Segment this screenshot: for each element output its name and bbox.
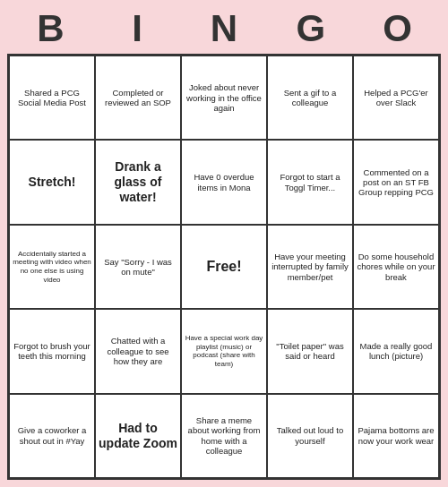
title-b: B — [7, 7, 94, 50]
bingo-cell-r4c4[interactable]: "Toilet paper" was said or heard — [267, 309, 353, 393]
title-o: O — [354, 7, 441, 50]
title-i: I — [94, 7, 181, 50]
bingo-cell-r5c1[interactable]: Give a coworker a shout out in #Yay — [9, 394, 95, 478]
title-n: N — [181, 7, 268, 50]
bingo-cell-r4c1[interactable]: Forgot to brush your teeth this morning — [9, 309, 95, 393]
bingo-cell-r3c1[interactable]: Accidentally started a meeting with vide… — [9, 225, 95, 309]
bingo-cell-r2c5[interactable]: Commented on a post on an ST FB Group re… — [353, 140, 439, 224]
bingo-cell-r5c5[interactable]: Pajama bottoms are now your work wear — [353, 394, 439, 478]
bingo-cell-r1c1[interactable]: Shared a PCG Social Media Post — [9, 56, 95, 140]
bingo-cell-r3c3[interactable]: Free! — [181, 225, 267, 309]
bingo-cell-r1c2[interactable]: Completed or reviewed an SOP — [95, 56, 181, 140]
bingo-cell-r4c5[interactable]: Made a really good lunch (picture) — [353, 309, 439, 393]
bingo-cell-r4c3[interactable]: Have a special work day playlist (music)… — [181, 309, 267, 393]
bingo-cell-r5c2[interactable]: Had to update Zoom — [95, 394, 181, 478]
title-g: G — [267, 7, 354, 50]
bingo-cell-r3c4[interactable]: Have your meeting interrupted by family … — [267, 225, 353, 309]
bingo-title: B I N G O — [7, 7, 441, 50]
bingo-cell-r5c4[interactable]: Talked out loud to yourself — [267, 394, 353, 478]
bingo-grid: Shared a PCG Social Media PostCompleted … — [7, 54, 441, 480]
bingo-cell-r4c2[interactable]: Chatted with a colleague to see how they… — [95, 309, 181, 393]
bingo-cell-r5c3[interactable]: Share a meme about working from home wit… — [181, 394, 267, 478]
bingo-cell-r2c1[interactable]: Stretch! — [9, 140, 95, 224]
bingo-cell-r1c5[interactable]: Helped a PCG'er over Slack — [353, 56, 439, 140]
bingo-cell-r2c3[interactable]: Have 0 overdue items in Mona — [181, 140, 267, 224]
bingo-cell-r3c2[interactable]: Say "Sorry - I was on mute" — [95, 225, 181, 309]
bingo-cell-r1c4[interactable]: Sent a gif to a colleague — [267, 56, 353, 140]
bingo-cell-r1c3[interactable]: Joked about never working in the office … — [181, 56, 267, 140]
bingo-cell-r2c4[interactable]: Forgot to start a Toggl Timer... — [267, 140, 353, 224]
bingo-cell-r3c5[interactable]: Do some household chores while on your b… — [353, 225, 439, 309]
bingo-cell-r2c2[interactable]: Drank a glass of water! — [95, 140, 181, 224]
